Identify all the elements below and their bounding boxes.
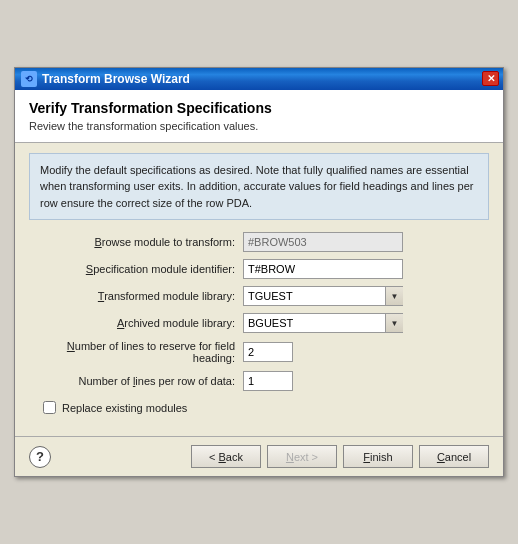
form-row-archived: Archived module library: BGUEST ▼ [33,313,485,333]
header-section: Verify Transformation Specifications Rev… [15,90,503,143]
description-box: Modify the default specifications as des… [29,153,489,221]
select-wrapper-archived: BGUEST ▼ [243,313,403,333]
label-transformed-text: Transformed module library: [98,290,235,302]
title-bar-buttons: ✕ [482,71,499,86]
label-archived-text: Archived module library: [117,317,235,329]
window-title: Transform Browse Wizard [42,72,190,86]
cancel-button[interactable]: Cancel [419,445,489,468]
form-row-transformed: Transformed module library: TGUEST ▼ [33,286,485,306]
select-wrapper-transformed: TGUEST ▼ [243,286,403,306]
back-button[interactable]: < Back [191,445,261,468]
select-transformed-library[interactable]: TGUEST [243,286,403,306]
footer-buttons: < Back Next > Finish Cancel [191,445,489,468]
label-spec-text: Specification module identifier: [86,263,235,275]
close-button[interactable]: ✕ [482,71,499,86]
label-archived: Archived module library: [33,317,243,329]
next-label: Next > [286,451,318,463]
label-data-lines: Number of lines per row of data: [33,375,243,387]
label-spec: Specification module identifier: [33,263,243,275]
label-heading-lines-text: Number of lines to reserve for field hea… [67,340,235,364]
input-spec-module[interactable] [243,259,403,279]
wizard-window: ⟲ Transform Browse Wizard ✕ Verify Trans… [14,67,504,478]
form-row-spec: Specification module identifier: [33,259,485,279]
form-row-browse: Browse module to transform: [33,232,485,252]
replace-checkbox[interactable] [43,401,56,414]
wizard-icon: ⟲ [21,71,37,87]
label-browse: Browse module to transform: [33,236,243,248]
replace-checkbox-label[interactable]: Replace existing modules [62,402,187,414]
select-archived-library[interactable]: BGUEST [243,313,403,333]
label-data-lines-text: Number of lines per row of data: [78,375,235,387]
back-label: < Back [209,451,243,463]
footer: ? < Back Next > Finish Cancel [15,436,503,476]
input-browse-module [243,232,403,252]
finish-button[interactable]: Finish [343,445,413,468]
checkbox-row: Replace existing modules [33,401,485,414]
title-bar: ⟲ Transform Browse Wizard ✕ [15,68,503,90]
input-data-lines[interactable] [243,371,293,391]
label-browse-text: Browse module to transform: [94,236,235,248]
next-button[interactable]: Next > [267,445,337,468]
title-bar-left: ⟲ Transform Browse Wizard [21,71,190,87]
form-row-heading-lines: Number of lines to reserve for field hea… [33,340,485,364]
icon-symbol: ⟲ [25,74,33,84]
page-title: Verify Transformation Specifications [29,100,489,116]
form-row-data-lines: Number of lines per row of data: [33,371,485,391]
footer-left: ? [29,446,51,468]
label-heading-lines: Number of lines to reserve for field hea… [33,340,243,364]
input-heading-lines[interactable] [243,342,293,362]
page-subtitle: Review the transformation specification … [29,120,489,132]
window-body: Verify Transformation Specifications Rev… [15,90,503,477]
help-button[interactable]: ? [29,446,51,468]
form-area: Browse module to transform: Specificatio… [29,232,489,414]
cancel-label: Cancel [437,451,471,463]
content-section: Modify the default specifications as des… [15,143,503,429]
label-transformed: Transformed module library: [33,290,243,302]
finish-label: Finish [363,451,392,463]
